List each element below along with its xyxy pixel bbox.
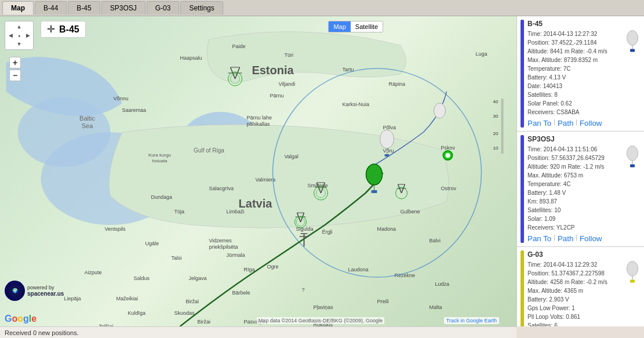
status-bar: Received 0 new positions. [0,326,516,338]
tab-settings[interactable]: Settings [180,1,223,14]
b45-altitude: Altitude: 8441 m Rate: -0.4 m/s [527,47,622,56]
sp3osj-receivers: Receivers: YL2CP [527,223,622,232]
svg-rect-99 [372,190,377,193]
b45-pan-to-button[interactable]: Pan To [527,119,551,128]
sp3osj-pan-to-button[interactable]: Pan To [527,234,551,243]
pan-right-button[interactable]: ▶ [24,31,32,39]
svg-text:Põlva: Põlva [383,125,396,130]
svg-text:Ostrov: Ostrov [441,186,457,191]
pan-up-button[interactable]: ▲ [15,23,23,31]
b45-time: Time: 2014-04-13 12:27:32 [527,30,622,38]
svg-text:Talsi: Talsi [172,255,182,261]
sp3osj-name: SP3OSJ [527,135,555,143]
svg-text:Madona: Madona [377,226,396,232]
zoom-out-button[interactable]: − [9,70,21,81]
b45-balloon-icon [624,30,641,53]
svg-text:Vidzemes: Vidzemes [209,238,232,243]
b45-highlight [521,20,524,128]
svg-text:20: 20 [493,131,499,136]
svg-text:Räpina: Räpina [389,81,406,87]
b45-max-altitude: Max. Altitude: 8739.8352 m [527,56,622,64]
svg-point-103 [434,103,446,118]
svg-text:Võru: Võru [383,148,394,154]
svg-text:Võnnu: Võnnu [114,96,129,101]
balloon-card-b45: B-45 Time: 2014-04-13 12:27:32 Position:… [517,16,644,132]
map-button[interactable]: Map [329,21,350,32]
tab-b44[interactable]: B-44 [35,1,67,14]
b45-temperature: Temperature: 7C [527,64,622,73]
status-message: Received 0 new positions. [5,329,79,336]
map-area[interactable]: Estonia Latvia Baltic Sea Gulf of Riga P… [0,16,516,326]
svg-text:30: 30 [493,114,499,119]
map-label-text: B-45 [59,24,79,35]
b45-date: Date: 140413 [527,82,622,90]
tab-map[interactable]: Map [2,1,34,14]
svg-text:Valgal: Valgal [285,154,299,159]
pan-down-button[interactable]: ▼ [15,40,23,48]
track-earth-link[interactable]: Track in Google Earth [444,317,499,324]
g03-max-altitude: Max. Altitude: 4365 m [527,286,622,295]
svg-text:Gulf of Riga: Gulf of Riga [194,147,224,154]
g03-name: G-03 [527,250,543,259]
svg-point-116 [627,146,638,161]
b45-path-button[interactable]: Path [558,119,573,128]
svg-text:Laudona: Laudona [348,267,369,272]
svg-text:Mažeikiai: Mažeikiai [117,296,139,301]
sp3osj-follow-button[interactable]: Follow [580,234,602,243]
svg-text:Salacgrīva: Salacgrīva [209,186,234,191]
svg-text:priekšpilsēta: priekšpilsēta [209,244,238,250]
sp3osj-path-button[interactable]: Path [558,234,573,243]
tab-sp3osj[interactable]: SP3OSJ [101,1,145,14]
svg-text:Preili: Preili [377,299,389,304]
sp3osj-balloon-icon [624,145,641,168]
b45-position: Position: 37.4522,-29.1184 [527,38,622,47]
svg-text:Ludza: Ludza [435,281,450,287]
svg-text:Karksi-Nuia: Karksi-Nuia [343,101,370,107]
sidebar: B-45 Time: 2014-04-13 12:27:32 Position:… [516,16,644,326]
map-type-toggle: Map Satellite [328,21,383,32]
svg-rect-121 [630,280,635,283]
svg-text:Jelgava: Jelgava [189,275,207,281]
pan-center-button[interactable]: ● [15,31,23,39]
g03-balloon-icon [624,260,641,284]
svg-text:Tūja: Tūja [174,209,185,215]
svg-text:Ogre: Ogre [267,264,279,270]
svg-rect-115 [630,49,635,52]
svg-rect-102 [385,154,390,157]
main-content: Estonia Latvia Baltic Sea Gulf of Riga P… [0,16,644,326]
tab-g03[interactable]: G-03 [147,1,180,14]
sp3osj-time: Time: 2014-04-13 11:51:06 [527,145,622,154]
svg-point-100 [380,130,394,148]
satellite-button[interactable]: Satellite [351,21,383,32]
svg-text:40: 40 [493,99,499,104]
balloon-card-g03: G-03 Time: 2014-04-13 12:29:32 Position:… [517,247,644,326]
pan-controls: ▲ ◀ ● ▶ ▼ [5,21,34,50]
svg-point-97 [366,164,383,185]
svg-text:?: ? [302,287,305,293]
svg-point-119 [627,261,638,277]
svg-text:Pskov: Pskov [441,145,456,151]
svg-text:Paide: Paide [232,43,246,49]
b45-receivers: Receivers: CS8ABA [527,108,622,117]
g03-altitude: Altitude: 4258 m Rate: -0.2 m/s [527,278,622,286]
map-svg: Estonia Latvia Baltic Sea Gulf of Riga P… [0,16,516,326]
zoom-controls: + − [9,57,21,82]
google-logo: Google [5,314,37,324]
tab-b45[interactable]: B-45 [68,1,100,14]
svg-text:Jūrmala: Jūrmala [227,252,245,258]
pan-left-button[interactable]: ◀ [6,31,14,39]
svg-text:Saldus: Saldus [134,275,150,281]
pan-empty-bl [6,40,14,48]
svg-rect-112 [501,99,504,154]
sp3osj-km: Km: 893.87 [527,197,622,206]
zoom-in-button[interactable]: + [9,57,21,68]
b45-follow-button[interactable]: Follow [580,119,602,128]
svg-text:Türi: Türi [285,52,294,58]
sp3osj-altitude: Altitude: 920 m Rate: -1.2 m/s [527,162,622,171]
svg-text:Pärnu lahe: Pärnu lahe [247,115,272,121]
map-balloon-label: ✛ B-45 [41,21,86,38]
sp3osj-solar: Solar: 1.09 [527,215,622,223]
svg-point-105 [446,153,450,158]
g03-gps-low-power: Gps Low Power: 1 [527,304,622,312]
svg-text:Sea: Sea [82,122,93,129]
